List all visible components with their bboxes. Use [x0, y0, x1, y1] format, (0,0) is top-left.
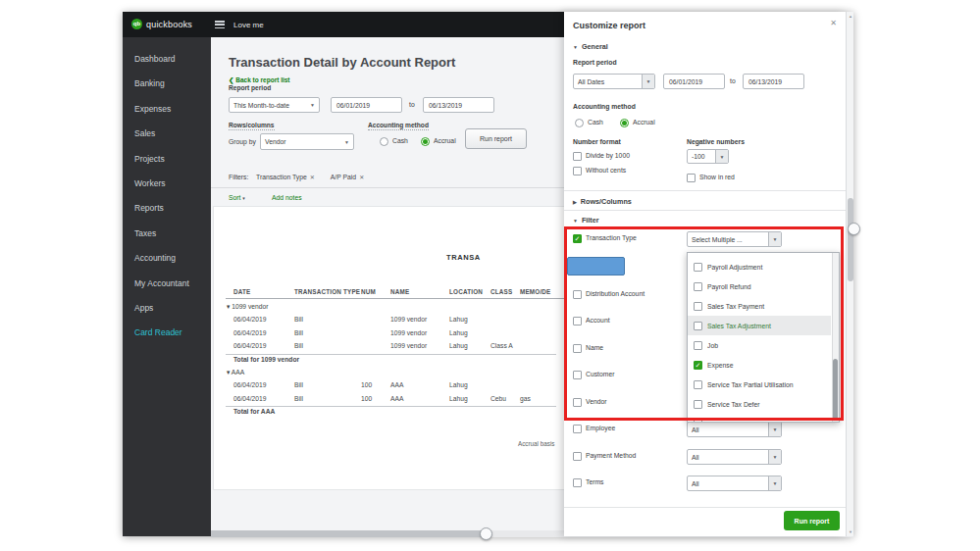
- filter-chip-a-p-paid[interactable]: A/P Paid✕: [331, 174, 364, 180]
- table-cell: gas: [520, 395, 531, 402]
- filter-row-label-account: Account: [586, 317, 610, 324]
- accounting-method-label: Accounting method: [368, 122, 429, 130]
- show-in-red-checkbox[interactable]: [687, 174, 696, 182]
- remove-filter-icon[interactable]: ✕: [359, 174, 364, 180]
- sidebar-item-banking[interactable]: Banking: [123, 72, 211, 96]
- listbox-scrollbar[interactable]: [832, 253, 839, 422]
- filter-checkbox-vendor[interactable]: [573, 398, 582, 407]
- type-option-service-tax-reversal[interactable]: Service Tax Reversal: [688, 414, 831, 423]
- sidebar-item-reports[interactable]: Reports: [123, 196, 211, 221]
- filter-value-dropdown-transaction-type[interactable]: Select Multiple ...▼: [687, 231, 782, 247]
- scroll-down-icon[interactable]: ▼: [847, 529, 854, 534]
- filter-checkbox-payment-method[interactable]: [573, 452, 582, 461]
- filter-checkbox-account[interactable]: [573, 317, 582, 326]
- option-label: Service Tax Partial Utilisation: [707, 381, 794, 388]
- panel-cash-radio[interactable]: [575, 119, 584, 127]
- divide-by-1000-checkbox[interactable]: [573, 152, 582, 161]
- panel-date-from-field[interactable]: 06/01/2019: [663, 74, 725, 89]
- filter-checkbox-distribution-account[interactable]: [573, 290, 582, 299]
- remove-filter-icon[interactable]: ✕: [310, 174, 315, 180]
- type-option-payroll-refund[interactable]: Payroll Refund: [688, 276, 831, 296]
- column-header-num: NUM: [361, 288, 376, 295]
- filter-checkbox-employee[interactable]: [573, 425, 582, 433]
- add-notes-link[interactable]: Add notes: [272, 194, 302, 201]
- table-cell: Bill: [294, 381, 303, 388]
- accrual-radio[interactable]: [421, 137, 430, 146]
- option-checkbox[interactable]: [694, 263, 702, 272]
- table-cell: Class A: [490, 342, 513, 349]
- sidebar-item-accounting[interactable]: Accounting: [123, 246, 211, 271]
- sidebar-item-dashboard[interactable]: Dashboard: [123, 47, 211, 72]
- type-option-payroll-adjustment[interactable]: Payroll Adjustment: [688, 257, 831, 276]
- group-row-label[interactable]: ▾ AAA: [227, 369, 244, 376]
- option-checkbox[interactable]: [694, 322, 702, 330]
- horizontal-scrollbar-thumb[interactable]: [211, 530, 488, 537]
- option-checkbox[interactable]: [694, 380, 702, 389]
- option-checkbox[interactable]: [694, 302, 702, 311]
- type-option-sales-tax-adjustment[interactable]: Sales Tax Adjustment: [688, 316, 831, 335]
- filter-checkbox-terms[interactable]: [573, 478, 582, 487]
- group-row-label[interactable]: ▾ 1099 vendor: [227, 303, 268, 311]
- caret-down-icon: ▼: [573, 44, 578, 50]
- without-cents-checkbox[interactable]: [573, 167, 582, 175]
- option-checkbox[interactable]: [694, 282, 702, 291]
- date-from-field[interactable]: 06/01/2019: [331, 97, 402, 113]
- filter-checkbox-transaction-type[interactable]: [573, 234, 582, 243]
- scroll-up-icon[interactable]: ▲: [847, 14, 854, 19]
- sidebar-item-expenses[interactable]: Expenses: [123, 97, 211, 122]
- filter-value-dropdown-employee[interactable]: All▼: [687, 422, 782, 437]
- group-by-label: Group by: [229, 138, 256, 145]
- table-cell: Lahug: [449, 342, 468, 349]
- panel-date-to-field[interactable]: 06/13/2019: [743, 74, 804, 89]
- run-report-button-main[interactable]: Run report: [465, 128, 527, 149]
- type-option-service-tax-defer[interactable]: Service Tax Defer: [688, 394, 831, 414]
- panel-scrollbar-thumb[interactable]: [848, 198, 853, 281]
- section-filter[interactable]: ▼Filter: [573, 216, 599, 225]
- negative-numbers-dropdown[interactable]: -100 ▼: [687, 149, 729, 164]
- sidebar-item-card-reader[interactable]: Card Reader: [123, 321, 211, 345]
- run-report-button-panel[interactable]: Run report: [784, 511, 840, 530]
- group-by-dropdown[interactable]: Vendor ▼: [260, 133, 354, 150]
- sidebar-item-workers[interactable]: Workers: [123, 172, 211, 196]
- sidebar-item-taxes[interactable]: Taxes: [123, 222, 211, 246]
- close-icon[interactable]: ✕: [830, 19, 837, 27]
- section-general[interactable]: ▼General: [573, 42, 608, 51]
- back-to-report-list-link[interactable]: ❮ Back to report list: [229, 76, 290, 84]
- type-option-sales-tax-payment[interactable]: Sales Tax Payment: [688, 296, 831, 316]
- sidebar-item-sales[interactable]: Sales: [123, 122, 211, 146]
- filter-checkbox-customer[interactable]: [573, 371, 582, 379]
- panel-accrual-radio[interactable]: [620, 119, 629, 127]
- listbox-scrollbar-thumb[interactable]: [833, 359, 838, 420]
- highlight-box: [567, 257, 625, 276]
- report-period-dropdown[interactable]: This Month-to-date ▼: [229, 97, 320, 113]
- type-option-job[interactable]: Job: [688, 335, 831, 355]
- menu-icon[interactable]: [215, 21, 225, 28]
- caret-down-icon: ▼: [573, 218, 578, 224]
- cash-radio[interactable]: [380, 137, 388, 146]
- scroll-knob-right[interactable]: [848, 223, 860, 235]
- option-checkbox[interactable]: [694, 361, 702, 370]
- option-checkbox[interactable]: [694, 400, 702, 409]
- type-option-service-tax-partial-utilisation[interactable]: Service Tax Partial Utilisation: [688, 375, 831, 394]
- app-window: qb quickbooks Love me DashboardBankingEx…: [123, 12, 853, 536]
- panel-scrollbar[interactable]: ▲ ▼: [846, 12, 853, 536]
- section-rows-columns[interactable]: ▶Rows/Columns: [573, 197, 632, 206]
- option-label: Job: [707, 342, 718, 349]
- sidebar-item-my-accountant[interactable]: My Accountant: [123, 272, 211, 296]
- option-checkbox[interactable]: [694, 341, 702, 350]
- filter-checkbox-name[interactable]: [573, 344, 582, 353]
- table-cell: 1099 vendor: [390, 329, 427, 336]
- type-option-expense[interactable]: Expense: [688, 355, 831, 375]
- date-to-field[interactable]: 06/13/2019: [423, 97, 494, 113]
- option-checkbox[interactable]: [694, 420, 702, 424]
- filter-value-dropdown-terms[interactable]: All▼: [687, 476, 782, 491]
- sort-dropdown[interactable]: Sort ▾: [229, 194, 245, 201]
- panel-period-dropdown[interactable]: All Dates ▼: [573, 74, 655, 89]
- scroll-knob-bottom[interactable]: [480, 527, 492, 540]
- filter-chip-transaction-type[interactable]: Transaction Type✕: [256, 174, 315, 180]
- chevron-down-icon: ▼: [306, 98, 319, 112]
- sidebar-item-projects[interactable]: Projects: [123, 147, 211, 172]
- filter-value-dropdown-payment-method[interactable]: All▼: [687, 449, 782, 465]
- number-format-label: Number format: [573, 138, 621, 145]
- sidebar-item-apps[interactable]: Apps: [123, 296, 211, 321]
